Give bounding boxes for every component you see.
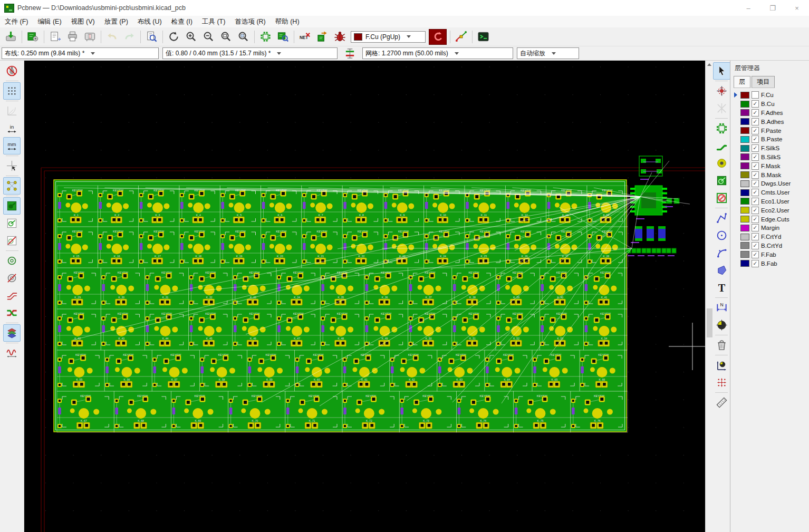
layer-row-F.CrtYd[interactable]: ✓F.CrtYd: [734, 233, 809, 241]
menu-item-0[interactable]: 文件 (F): [0, 16, 33, 27]
layer-row-Edge.Cuts[interactable]: ✓Edge.Cuts: [734, 215, 809, 224]
zone-outline-icon[interactable]: [3, 215, 21, 232]
layer-color-swatch[interactable]: [740, 109, 749, 116]
layer-color-swatch[interactable]: [740, 180, 749, 187]
layer-row-B.Adhes[interactable]: ✓B.Adhes: [734, 117, 809, 126]
menu-item-5[interactable]: 检查 (I): [167, 16, 197, 27]
cursor-shape-icon[interactable]: [3, 157, 21, 175]
layer-row-F.SilkS[interactable]: ✓F.SilkS: [734, 144, 809, 153]
zone-off-icon[interactable]: [3, 232, 21, 249]
pad-sketch-icon[interactable]: [3, 252, 21, 269]
save-icon[interactable]: [2, 28, 20, 45]
print-icon[interactable]: [64, 28, 81, 45]
zoom-fit-icon[interactable]: [217, 28, 235, 45]
scripting-console-icon[interactable]: [475, 28, 492, 45]
drc-bug-icon[interactable]: [331, 28, 349, 45]
layer-row-B.CrtYd[interactable]: ✓B.CrtYd: [734, 241, 809, 250]
layer-color-swatch[interactable]: [740, 198, 749, 205]
layer-color-swatch[interactable]: [740, 171, 749, 178]
redo-icon[interactable]: [121, 28, 138, 45]
canvas-vertical-scrollbar[interactable]: [705, 61, 713, 532]
menu-item-1[interactable]: 编辑 (E): [33, 16, 66, 27]
layer-row-Margin[interactable]: ✓Margin: [734, 224, 809, 233]
layer-visibility-checkbox[interactable]: ✓: [752, 198, 759, 205]
zoom-out-icon[interactable]: [200, 28, 217, 45]
layer-row-B.Fab[interactable]: ✓B.Fab: [734, 259, 809, 268]
layer-visibility-checkbox[interactable]: ✓: [752, 180, 759, 187]
layer-row-B.Paste[interactable]: ✓B.Paste: [734, 135, 809, 144]
layer-color-swatch[interactable]: [740, 189, 749, 196]
graphic-arc-icon[interactable]: [713, 244, 730, 262]
high-contrast-icon[interactable]: [3, 304, 21, 322]
track-width-select[interactable]: 布线: 0.250 mm (9.84 mils) *: [2, 47, 159, 59]
layer-visibility-checkbox[interactable]: ✓: [752, 100, 759, 108]
layer-row-F.Fab[interactable]: ✓F.Fab: [734, 250, 809, 259]
footprint-view-icon[interactable]: [274, 28, 292, 45]
route-track-icon[interactable]: [713, 137, 730, 154]
layer-row-F.Paste[interactable]: ✓F.Paste: [734, 126, 809, 135]
via-size-select[interactable]: 值: 0.80 / 0.40 mm (31.5 / 15.7 mils) *: [162, 47, 338, 59]
layer-visibility-checkbox[interactable]: ✓: [752, 260, 759, 267]
layers-panel-tab-层[interactable]: 层: [734, 76, 750, 88]
menu-item-7[interactable]: 首选项 (R): [230, 16, 270, 27]
menu-item-3[interactable]: 放置 (P): [100, 16, 133, 27]
minimize-button[interactable]: –: [736, 0, 760, 16]
zone-filled-icon[interactable]: [3, 197, 21, 215]
local-ratsnest-icon[interactable]: [713, 100, 730, 117]
scrollbar-thumb[interactable]: [707, 308, 712, 337]
layer-visibility-checkbox[interactable]: [752, 91, 759, 99]
undo-icon[interactable]: [103, 28, 121, 45]
measure-tool-icon[interactable]: [713, 394, 730, 411]
layer-color-swatch[interactable]: [740, 153, 749, 160]
layer-color-swatch[interactable]: [740, 92, 749, 99]
unit-mm-icon[interactable]: mm: [3, 137, 21, 154]
add-footprint-icon[interactable]: [713, 120, 730, 137]
highlight-net-icon[interactable]: [713, 82, 730, 100]
add-zone-icon[interactable]: [713, 172, 730, 189]
drill-origin-icon[interactable]: [713, 356, 730, 374]
layer-color-swatch[interactable]: [740, 118, 749, 125]
layer-visibility-checkbox[interactable]: ✓: [752, 207, 759, 214]
menu-item-4[interactable]: 布线 (U): [133, 16, 167, 27]
layer-color-swatch[interactable]: [740, 101, 749, 108]
layer-row-B.SilkS[interactable]: ✓B.SilkS: [734, 153, 809, 162]
footprint-mode-icon[interactable]: [257, 28, 274, 45]
layer-color-swatch[interactable]: [740, 234, 749, 240]
layer-row-Eco2.User[interactable]: ✓Eco2.User: [734, 206, 809, 215]
layer-visibility-checkbox[interactable]: ✓: [752, 109, 759, 117]
layer-color-swatch[interactable]: [740, 207, 749, 214]
layer-row-B.Cu[interactable]: ✓B.Cu: [734, 100, 809, 109]
add-via-icon[interactable]: [713, 154, 730, 172]
microwave-tools-icon[interactable]: [3, 344, 21, 362]
layer-color-swatch[interactable]: [740, 251, 749, 258]
scroll-up-icon[interactable]: [706, 61, 712, 69]
layers-manager-icon[interactable]: [3, 324, 21, 342]
layer-color-swatch[interactable]: [740, 127, 749, 134]
ratsnest-show-icon[interactable]: [3, 177, 21, 195]
layer-row-F.Mask[interactable]: ✓F.Mask: [734, 161, 809, 170]
layer-visibility-checkbox[interactable]: ✓: [752, 189, 759, 196]
layer-visibility-checkbox[interactable]: ✓: [752, 233, 759, 240]
layer-row-F.Cu[interactable]: F.Cu: [734, 91, 809, 100]
track-via-dimensions-icon[interactable]: [341, 45, 359, 62]
find-icon[interactable]: [143, 28, 160, 45]
layer-color-swatch[interactable]: [740, 260, 749, 267]
select-arrow-icon[interactable]: [713, 62, 730, 80]
layer-visibility-checkbox[interactable]: ✓: [752, 144, 759, 152]
delete-tool-icon[interactable]: [713, 336, 730, 354]
zoom-level-select[interactable]: 自动缩放: [517, 47, 579, 59]
unit-inch-icon[interactable]: in: [3, 120, 21, 137]
active-layer-select[interactable]: F.Cu (PgUp): [351, 31, 426, 43]
grid-size-select[interactable]: 网格: 1.2700 mm (50.00 mils): [362, 47, 513, 59]
refresh-icon[interactable]: [165, 28, 182, 45]
restore-button[interactable]: ❐: [760, 0, 785, 16]
plot-icon[interactable]: [81, 28, 99, 45]
layer-visibility-checkbox[interactable]: ✓: [752, 251, 759, 258]
menu-item-2[interactable]: 视图 (V): [66, 16, 100, 27]
menu-item-6[interactable]: 工具 (T): [197, 16, 230, 27]
update-pcb-icon[interactable]: [314, 28, 331, 45]
add-dimension-icon[interactable]: N: [713, 299, 730, 316]
layer-row-Cmts.User[interactable]: ✓Cmts.User: [734, 188, 809, 197]
layer-visibility-checkbox[interactable]: ✓: [752, 171, 759, 179]
zoom-selection-icon[interactable]: [235, 28, 252, 45]
